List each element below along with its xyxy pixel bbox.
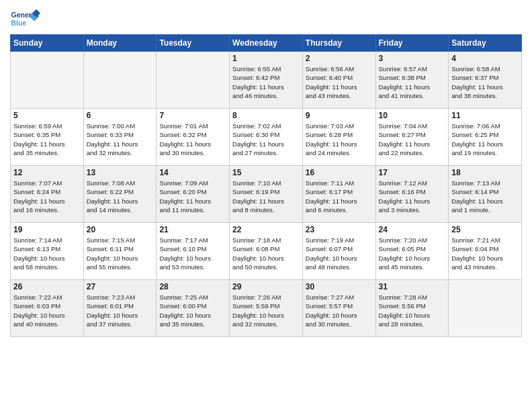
day-number: 16 <box>306 168 373 177</box>
day-number: 21 <box>159 225 226 234</box>
day-info: Sunrise: 6:58 AM Sunset: 6:37 PM Dayligh… <box>451 64 519 100</box>
page-container: General Blue SundayMondayTuesdayWednesda… <box>0 0 532 411</box>
calendar-day-cell: 20Sunrise: 7:15 AM Sunset: 6:11 PM Dayli… <box>83 223 157 280</box>
day-number: 15 <box>232 168 300 177</box>
calendar-day-cell: 27Sunrise: 7:23 AM Sunset: 6:01 PM Dayli… <box>83 280 157 337</box>
calendar-day-cell: 7Sunrise: 7:01 AM Sunset: 6:32 PM Daylig… <box>157 109 230 166</box>
calendar-day-cell <box>157 52 230 109</box>
calendar-day-cell <box>83 52 157 109</box>
logo: General Blue <box>10 7 40 30</box>
day-number: 30 <box>306 282 373 291</box>
day-number: 7 <box>159 111 226 120</box>
calendar-day-cell: 25Sunrise: 7:21 AM Sunset: 6:04 PM Dayli… <box>449 223 522 280</box>
calendar-week-row: 1Sunrise: 6:55 AM Sunset: 6:42 PM Daylig… <box>11 52 522 109</box>
calendar-day-cell: 11Sunrise: 7:06 AM Sunset: 6:25 PM Dayli… <box>449 109 522 166</box>
calendar-table: SundayMondayTuesdayWednesdayThursdayFrid… <box>10 34 522 337</box>
day-number: 8 <box>232 111 300 120</box>
day-number: 14 <box>159 168 226 177</box>
calendar-day-cell <box>449 280 522 337</box>
day-info: Sunrise: 7:27 AM Sunset: 5:57 PM Dayligh… <box>306 293 373 328</box>
page-header: General Blue <box>10 7 522 30</box>
calendar-day-cell: 24Sunrise: 7:20 AM Sunset: 6:05 PM Dayli… <box>375 223 449 280</box>
calendar-day-cell: 17Sunrise: 7:12 AM Sunset: 6:16 PM Dayli… <box>375 166 449 223</box>
day-number: 10 <box>379 111 446 120</box>
calendar-day-header: Thursday <box>302 35 375 52</box>
day-info: Sunrise: 7:21 AM Sunset: 6:04 PM Dayligh… <box>451 236 519 271</box>
calendar-day-cell: 14Sunrise: 7:09 AM Sunset: 6:20 PM Dayli… <box>157 166 230 223</box>
day-number: 1 <box>232 54 300 63</box>
day-number: 24 <box>379 225 446 234</box>
day-info: Sunrise: 6:56 AM Sunset: 6:40 PM Dayligh… <box>306 64 373 100</box>
day-info: Sunrise: 7:26 AM Sunset: 5:59 PM Dayligh… <box>232 293 300 328</box>
day-number: 29 <box>232 282 300 291</box>
calendar-day-cell: 23Sunrise: 7:19 AM Sunset: 6:07 PM Dayli… <box>302 223 375 280</box>
day-number: 3 <box>379 54 446 63</box>
calendar-week-row: 26Sunrise: 7:22 AM Sunset: 6:03 PM Dayli… <box>11 280 522 337</box>
calendar-day-cell: 6Sunrise: 7:00 AM Sunset: 6:33 PM Daylig… <box>83 109 157 166</box>
calendar-week-row: 12Sunrise: 7:07 AM Sunset: 6:24 PM Dayli… <box>11 166 522 223</box>
day-info: Sunrise: 7:25 AM Sunset: 6:00 PM Dayligh… <box>159 293 226 328</box>
calendar-day-cell: 28Sunrise: 7:25 AM Sunset: 6:00 PM Dayli… <box>157 280 230 337</box>
calendar-day-cell: 8Sunrise: 7:02 AM Sunset: 6:30 PM Daylig… <box>230 109 303 166</box>
day-info: Sunrise: 7:23 AM Sunset: 6:01 PM Dayligh… <box>87 293 154 328</box>
day-number: 23 <box>306 225 373 234</box>
calendar-day-cell <box>11 52 84 109</box>
calendar-day-header: Monday <box>83 35 157 52</box>
day-number: 13 <box>87 168 154 177</box>
day-number: 12 <box>13 168 81 177</box>
day-info: Sunrise: 7:01 AM Sunset: 6:32 PM Dayligh… <box>159 122 226 157</box>
day-number: 22 <box>232 225 300 234</box>
day-info: Sunrise: 7:02 AM Sunset: 6:30 PM Dayligh… <box>232 122 300 157</box>
day-info: Sunrise: 7:28 AM Sunset: 5:56 PM Dayligh… <box>379 293 446 328</box>
day-info: Sunrise: 7:04 AM Sunset: 6:27 PM Dayligh… <box>379 122 446 157</box>
calendar-day-header: Saturday <box>449 35 522 52</box>
day-info: Sunrise: 6:59 AM Sunset: 6:35 PM Dayligh… <box>13 122 81 157</box>
day-number: 17 <box>379 168 446 177</box>
calendar-day-cell: 19Sunrise: 7:14 AM Sunset: 6:13 PM Dayli… <box>11 223 84 280</box>
calendar-day-cell: 16Sunrise: 7:11 AM Sunset: 6:17 PM Dayli… <box>302 166 375 223</box>
calendar-day-cell: 4Sunrise: 6:58 AM Sunset: 6:37 PM Daylig… <box>449 52 522 109</box>
calendar-day-cell: 29Sunrise: 7:26 AM Sunset: 5:59 PM Dayli… <box>230 280 303 337</box>
day-info: Sunrise: 7:13 AM Sunset: 6:14 PM Dayligh… <box>451 179 519 214</box>
day-number: 9 <box>306 111 373 120</box>
calendar-day-cell: 12Sunrise: 7:07 AM Sunset: 6:24 PM Dayli… <box>11 166 84 223</box>
calendar-day-cell: 10Sunrise: 7:04 AM Sunset: 6:27 PM Dayli… <box>375 109 449 166</box>
day-info: Sunrise: 7:12 AM Sunset: 6:16 PM Dayligh… <box>379 179 446 214</box>
day-info: Sunrise: 7:03 AM Sunset: 6:28 PM Dayligh… <box>306 122 373 157</box>
calendar-day-cell: 2Sunrise: 6:56 AM Sunset: 6:40 PM Daylig… <box>302 52 375 109</box>
day-info: Sunrise: 7:15 AM Sunset: 6:11 PM Dayligh… <box>87 236 154 271</box>
day-info: Sunrise: 7:20 AM Sunset: 6:05 PM Dayligh… <box>379 236 446 271</box>
calendar-day-cell: 3Sunrise: 6:57 AM Sunset: 6:38 PM Daylig… <box>375 52 449 109</box>
calendar-day-cell: 13Sunrise: 7:08 AM Sunset: 6:22 PM Dayli… <box>83 166 157 223</box>
day-info: Sunrise: 7:18 AM Sunset: 6:08 PM Dayligh… <box>232 236 300 271</box>
calendar-day-cell: 15Sunrise: 7:10 AM Sunset: 6:19 PM Dayli… <box>230 166 303 223</box>
day-info: Sunrise: 7:09 AM Sunset: 6:20 PM Dayligh… <box>159 179 226 214</box>
calendar-week-row: 5Sunrise: 6:59 AM Sunset: 6:35 PM Daylig… <box>11 109 522 166</box>
day-number: 20 <box>87 225 154 234</box>
day-info: Sunrise: 7:07 AM Sunset: 6:24 PM Dayligh… <box>13 179 81 214</box>
day-number: 25 <box>451 225 519 234</box>
calendar-day-cell: 18Sunrise: 7:13 AM Sunset: 6:14 PM Dayli… <box>449 166 522 223</box>
day-info: Sunrise: 7:19 AM Sunset: 6:07 PM Dayligh… <box>306 236 373 271</box>
day-info: Sunrise: 7:00 AM Sunset: 6:33 PM Dayligh… <box>87 122 154 157</box>
calendar-day-header: Tuesday <box>157 35 230 52</box>
day-number: 19 <box>13 225 81 234</box>
calendar-day-cell: 21Sunrise: 7:17 AM Sunset: 6:10 PM Dayli… <box>157 223 230 280</box>
calendar-day-header: Friday <box>375 35 449 52</box>
calendar-week-row: 19Sunrise: 7:14 AM Sunset: 6:13 PM Dayli… <box>11 223 522 280</box>
day-info: Sunrise: 6:55 AM Sunset: 6:42 PM Dayligh… <box>232 64 300 100</box>
svg-text:Blue: Blue <box>11 19 27 27</box>
day-number: 28 <box>159 282 226 291</box>
calendar-day-cell: 31Sunrise: 7:28 AM Sunset: 5:56 PM Dayli… <box>375 280 449 337</box>
calendar-day-cell: 26Sunrise: 7:22 AM Sunset: 6:03 PM Dayli… <box>11 280 84 337</box>
day-number: 18 <box>451 168 519 177</box>
day-number: 27 <box>87 282 154 291</box>
calendar-day-cell: 30Sunrise: 7:27 AM Sunset: 5:57 PM Dayli… <box>302 280 375 337</box>
day-info: Sunrise: 7:10 AM Sunset: 6:19 PM Dayligh… <box>232 179 300 214</box>
day-number: 11 <box>451 111 519 120</box>
day-info: Sunrise: 7:22 AM Sunset: 6:03 PM Dayligh… <box>13 293 81 328</box>
calendar-day-header: Sunday <box>11 35 84 52</box>
day-info: Sunrise: 7:17 AM Sunset: 6:10 PM Dayligh… <box>159 236 226 271</box>
calendar-day-header: Wednesday <box>230 35 303 52</box>
calendar-day-cell: 9Sunrise: 7:03 AM Sunset: 6:28 PM Daylig… <box>302 109 375 166</box>
